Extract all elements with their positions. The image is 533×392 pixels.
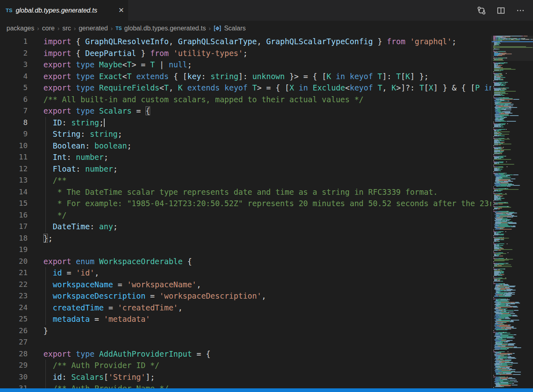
line-number[interactable]: 24	[0, 302, 28, 314]
indent-guide	[45, 163, 46, 175]
line-number[interactable]: 19	[0, 244, 28, 256]
code-area[interactable]: import { GraphQLResolveInfo, GraphQLScal…	[0, 36, 492, 388]
line-number[interactable]: 5	[0, 82, 28, 94]
indent-guide	[45, 383, 46, 388]
breadcrumb-item-core[interactable]: core	[42, 25, 55, 32]
indent-guide	[45, 128, 46, 140]
line-number[interactable]: 22	[0, 279, 28, 291]
line-number[interactable]: 30	[0, 371, 28, 383]
line-number[interactable]: 26	[0, 325, 28, 337]
code-line[interactable]: export type Maybe<T> = T | null;	[0, 59, 492, 71]
code-line[interactable]: * For example: "1985-04-12T23:20:50.52Z"…	[0, 198, 492, 209]
code-line[interactable]: /**	[0, 174, 492, 186]
line-number[interactable]: 15	[0, 198, 28, 209]
chevron-right-icon: ›	[74, 25, 76, 32]
line-number[interactable]: 12	[0, 163, 28, 175]
breadcrumb-item-src[interactable]: src	[62, 25, 71, 32]
tab-bar: TS global.db.types.generated.ts ✕	[0, 0, 533, 21]
line-number[interactable]: 10	[0, 140, 28, 152]
line-number[interactable]: 1	[0, 36, 28, 47]
code-line[interactable]: export type Scalars = {	[0, 105, 492, 117]
code-line[interactable]: export enum WorkspaceOrderable {	[0, 256, 492, 267]
code-line[interactable]: Boolean: boolean;	[0, 140, 492, 152]
indent-guide	[45, 302, 46, 314]
breadcrumb-item-global-db-types-generated-ts[interactable]: TSglobal.db.types.generated.ts	[116, 25, 206, 32]
close-icon[interactable]: ✕	[118, 7, 124, 14]
code-line[interactable]: Float: number;	[0, 163, 492, 175]
line-number[interactable]: 2	[0, 47, 28, 59]
code-line[interactable]: workspaceDescription = 'workspaceDescrip…	[0, 290, 492, 302]
line-number[interactable]: 17	[0, 221, 28, 233]
line-number[interactable]: 11	[0, 151, 28, 163]
code-line[interactable]: Int: number;	[0, 151, 492, 163]
code-line[interactable]: DateTime: any;	[0, 221, 492, 233]
chevron-right-icon: ›	[111, 25, 113, 32]
line-number[interactable]: 8	[0, 117, 28, 129]
indent-guide	[45, 209, 46, 221]
code-line[interactable]: /** All built-in and custom scalars, map…	[0, 94, 492, 106]
ts-file-icon: TS	[6, 7, 13, 13]
indent-guide	[45, 117, 46, 129]
line-number[interactable]: 27	[0, 336, 28, 348]
code-line[interactable]: * The DateTime scalar type represents da…	[0, 186, 492, 198]
line-number[interactable]: 16	[0, 209, 28, 221]
breadcrumb-label: core	[42, 25, 55, 32]
line-number[interactable]: 25	[0, 313, 28, 325]
code-line[interactable]: export type RequireFields<T, K extends k…	[0, 82, 492, 94]
line-number[interactable]: 3	[0, 59, 28, 71]
line-number[interactable]: 4	[0, 71, 28, 82]
code-line[interactable]: String: string;	[0, 128, 492, 140]
line-number[interactable]: 14	[0, 186, 28, 198]
open-changes-icon[interactable]	[477, 6, 486, 15]
split-editor-icon[interactable]	[496, 6, 505, 15]
status-bar[interactable]	[0, 388, 533, 392]
indent-guide	[45, 151, 46, 163]
code-line[interactable]	[0, 244, 492, 256]
line-number[interactable]: 21	[0, 267, 28, 279]
code-line[interactable]: export type AddAuthProviderInput = {	[0, 348, 492, 360]
more-actions-icon[interactable]	[516, 6, 525, 15]
line-number[interactable]: 18	[0, 233, 28, 244]
code-line[interactable]: */	[0, 209, 492, 221]
breadcrumb-item-generated[interactable]: generated	[79, 25, 108, 32]
code-line[interactable]: createdTime = 'createdTime',	[0, 302, 492, 314]
indent-guide	[45, 279, 46, 291]
minimap[interactable]	[492, 36, 533, 388]
code-viewport: import { GraphQLResolveInfo, GraphQLScal…	[0, 36, 492, 388]
indent-guide	[45, 290, 46, 302]
line-number[interactable]: 13	[0, 174, 28, 186]
code-line[interactable]: /** Auth Provider ID */	[0, 360, 492, 371]
code-line[interactable]: }	[0, 325, 492, 337]
line-number[interactable]: 20	[0, 256, 28, 267]
code-line[interactable]: workspaceName = 'workspaceName',	[0, 279, 492, 291]
chevron-right-icon: ›	[208, 25, 211, 32]
vscode-window: TS global.db.types.generated.ts ✕	[0, 0, 533, 392]
indent-guide	[45, 221, 46, 233]
code-line[interactable]: /** Auth Provider Name */	[0, 383, 492, 388]
code-line[interactable]: metadata = 'metadata'	[0, 313, 492, 325]
code-line[interactable]: id: Scalars['String'];	[0, 371, 492, 383]
code-line[interactable]: export type Exact<T extends { [key: stri…	[0, 71, 492, 82]
breadcrumb-label: src	[62, 25, 71, 32]
code-line[interactable]: id = 'id',	[0, 267, 492, 279]
gutter[interactable]: 1234567891011121314151617181920212223242…	[0, 36, 28, 388]
line-number[interactable]: 28	[0, 348, 28, 360]
breadcrumb-label: global.db.types.generated.ts	[124, 25, 206, 32]
line-number[interactable]: 31	[0, 383, 28, 388]
breadcrumb-item-scalars[interactable]: Scalars	[213, 25, 245, 32]
editor[interactable]: import { GraphQLResolveInfo, GraphQLScal…	[0, 36, 533, 388]
code-line[interactable]: import { DeepPartial } from 'utility-typ…	[0, 47, 492, 59]
line-number[interactable]: 23	[0, 290, 28, 302]
breadcrumb: packages›core›src›generated›TSglobal.db.…	[0, 21, 533, 36]
line-number[interactable]: 9	[0, 128, 28, 140]
breadcrumb-item-packages[interactable]: packages	[6, 25, 34, 32]
code-line[interactable]: ID: string;	[0, 117, 492, 129]
code-line[interactable]: };	[0, 233, 492, 244]
indent-guide	[45, 313, 46, 325]
line-number[interactable]: 6	[0, 94, 28, 106]
line-number[interactable]: 7	[0, 105, 28, 117]
line-number[interactable]: 29	[0, 360, 28, 371]
code-line[interactable]	[0, 336, 492, 348]
code-line[interactable]: import { GraphQLResolveInfo, GraphQLScal…	[0, 36, 492, 47]
tab-global-db-types[interactable]: TS global.db.types.generated.ts ✕	[0, 0, 128, 21]
